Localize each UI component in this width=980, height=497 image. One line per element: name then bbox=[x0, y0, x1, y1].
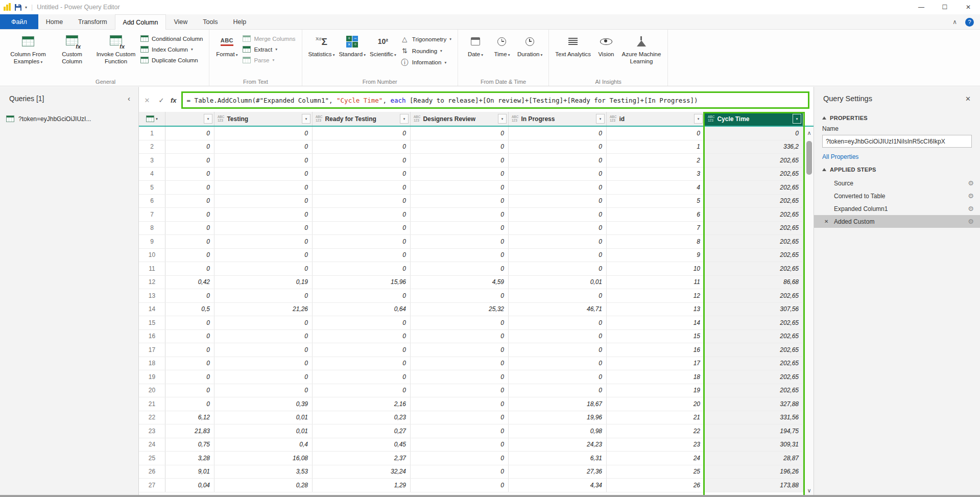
table-cell[interactable]: 27,36 bbox=[509, 465, 607, 479]
table-cell[interactable]: 0 bbox=[313, 195, 411, 208]
applied-step-source[interactable]: ✕Source⚙ bbox=[814, 177, 980, 190]
table-cell[interactable]: 4 bbox=[607, 181, 705, 194]
table-cell[interactable]: 2 bbox=[607, 154, 705, 167]
table-cell[interactable]: 0 bbox=[509, 195, 607, 208]
table-cell[interactable]: 327,88 bbox=[705, 397, 803, 411]
table-cell[interactable]: 0,28 bbox=[214, 479, 313, 492]
vision-button[interactable]: Vision bbox=[593, 31, 619, 58]
table-cell[interactable]: 0 bbox=[165, 343, 214, 357]
extract-button[interactable]: Extract▾ bbox=[240, 45, 297, 54]
table-cell[interactable]: 0 bbox=[313, 262, 411, 275]
table-cell[interactable]: 6,12 bbox=[165, 411, 214, 424]
table-cell[interactable]: 202,65 bbox=[705, 343, 803, 357]
table-cell[interactable]: 19 bbox=[607, 384, 705, 397]
table-cell[interactable]: 202,65 bbox=[705, 289, 803, 302]
table-cell[interactable]: 202,65 bbox=[705, 235, 803, 248]
table-cell[interactable]: 0 bbox=[509, 235, 607, 248]
table-cell[interactable]: 0 bbox=[214, 127, 313, 140]
table-cell[interactable]: 0,5 bbox=[165, 303, 214, 316]
information-button[interactable]: ⓘInformation▾ bbox=[398, 58, 453, 67]
table-cell[interactable]: 0 bbox=[165, 316, 214, 329]
tab-transform[interactable]: Transform bbox=[70, 14, 115, 29]
table-cell[interactable]: 0 bbox=[411, 181, 509, 194]
tab-tools[interactable]: Tools bbox=[195, 14, 225, 29]
table-cell[interactable]: 0 bbox=[214, 154, 313, 167]
table-cell[interactable]: 18,67 bbox=[509, 397, 607, 411]
table-cell[interactable]: 0 bbox=[509, 330, 607, 343]
table-cell[interactable]: 0 bbox=[214, 343, 313, 357]
invoke-custom-function-button[interactable]: fxInvoke Custom Function bbox=[94, 31, 138, 65]
table-cell[interactable]: 0,01 bbox=[214, 424, 313, 438]
format-button[interactable]: ABCFormat ▾ bbox=[213, 31, 240, 58]
table-cell[interactable]: 0 bbox=[411, 343, 509, 357]
close-button[interactable]: ✕ bbox=[957, 0, 980, 14]
table-cell[interactable]: 0 bbox=[165, 195, 214, 208]
table-cell[interactable]: 15,96 bbox=[313, 276, 411, 289]
table-cell[interactable]: 46,71 bbox=[509, 303, 607, 316]
table-cell[interactable]: 0 bbox=[509, 316, 607, 329]
table-cell[interactable]: 1 bbox=[607, 140, 705, 154]
table-cell[interactable]: 0 bbox=[313, 343, 411, 357]
table-cell[interactable]: 173,88 bbox=[705, 479, 803, 492]
table-cell[interactable]: 24,23 bbox=[509, 438, 607, 452]
table-cell[interactable]: 0,75 bbox=[165, 438, 214, 452]
table-cell[interactable]: 0 bbox=[313, 249, 411, 262]
table-cell[interactable]: 0 bbox=[214, 222, 313, 235]
quick-access-caret-icon[interactable]: ▾ bbox=[25, 5, 27, 10]
table-cell[interactable]: 0 bbox=[411, 222, 509, 235]
table-cell[interactable]: 196,26 bbox=[705, 465, 803, 479]
table-cell[interactable]: 0 bbox=[313, 222, 411, 235]
table-cell[interactable]: 25,32 bbox=[411, 303, 509, 316]
table-cell[interactable]: 9 bbox=[607, 249, 705, 262]
parse-button[interactable]: Parse▾ bbox=[240, 56, 297, 64]
table-cell[interactable]: 0 bbox=[165, 384, 214, 397]
save-icon[interactable] bbox=[14, 4, 22, 11]
table-cell[interactable]: 202,65 bbox=[705, 222, 803, 235]
table-cell[interactable]: 0,04 bbox=[165, 479, 214, 492]
column-from-examples-button[interactable]: Column From Examples ▾ bbox=[6, 31, 50, 65]
formula-input[interactable]: = Table.AddColumn(#"Expanded Column1", "… bbox=[181, 91, 809, 109]
table-cell[interactable]: 0 bbox=[509, 262, 607, 275]
table-cell[interactable]: 0 bbox=[313, 140, 411, 154]
table-cell[interactable]: 0 bbox=[313, 208, 411, 221]
table-cell[interactable]: 10 bbox=[607, 262, 705, 275]
table-cell[interactable]: 0 bbox=[411, 438, 509, 452]
table-cell[interactable]: 0,45 bbox=[313, 438, 411, 452]
select-all-columns-button[interactable]: ▾ bbox=[139, 112, 165, 126]
index-column-button[interactable]: Index Column▾ bbox=[138, 45, 205, 54]
delete-step-icon[interactable]: ✕ bbox=[824, 219, 832, 224]
table-cell[interactable]: 0 bbox=[165, 397, 214, 411]
table-cell[interactable]: 0,4 bbox=[214, 438, 313, 452]
table-cell[interactable]: 0 bbox=[509, 154, 607, 167]
table-cell[interactable]: 0 bbox=[313, 289, 411, 302]
table-cell[interactable]: 0 bbox=[411, 195, 509, 208]
table-cell[interactable]: 202,65 bbox=[705, 316, 803, 329]
table-cell[interactable]: 0 bbox=[165, 330, 214, 343]
table-cell[interactable]: 21,26 bbox=[214, 303, 313, 316]
table-cell[interactable]: 23 bbox=[607, 438, 705, 452]
table-cell[interactable]: 12 bbox=[607, 289, 705, 302]
table-cell[interactable]: 0 bbox=[411, 208, 509, 221]
table-cell[interactable]: 0 bbox=[411, 411, 509, 424]
table-cell[interactable]: 0 bbox=[313, 181, 411, 194]
gear-icon[interactable]: ⚙ bbox=[968, 192, 974, 200]
table-cell[interactable]: 0 bbox=[214, 330, 313, 343]
table-cell[interactable]: 0 bbox=[509, 357, 607, 370]
table-cell[interactable]: 202,65 bbox=[705, 330, 803, 343]
collapse-queries-panel-icon[interactable]: ‹ bbox=[128, 94, 130, 103]
scientific-button[interactable]: 10²Scientific ▾ bbox=[368, 31, 398, 58]
table-cell[interactable]: 0 bbox=[313, 384, 411, 397]
table-cell[interactable]: 21,83 bbox=[165, 424, 214, 438]
table-cell[interactable]: 0 bbox=[411, 465, 509, 479]
table-cell[interactable]: 0 bbox=[313, 127, 411, 140]
filter-dropdown-button[interactable]: ▾ bbox=[302, 114, 310, 124]
table-cell[interactable]: 24 bbox=[607, 452, 705, 465]
all-properties-link[interactable]: All Properties bbox=[822, 153, 972, 160]
collapse-ribbon-icon[interactable]: ∧ bbox=[952, 18, 957, 26]
table-cell[interactable]: 0 bbox=[509, 208, 607, 221]
help-icon[interactable]: ? bbox=[965, 18, 974, 27]
table-cell[interactable]: 0 bbox=[509, 249, 607, 262]
table-cell[interactable]: 0 bbox=[509, 140, 607, 154]
table-cell[interactable]: 2,16 bbox=[313, 397, 411, 411]
tab-add-column[interactable]: Add Column bbox=[115, 14, 166, 30]
